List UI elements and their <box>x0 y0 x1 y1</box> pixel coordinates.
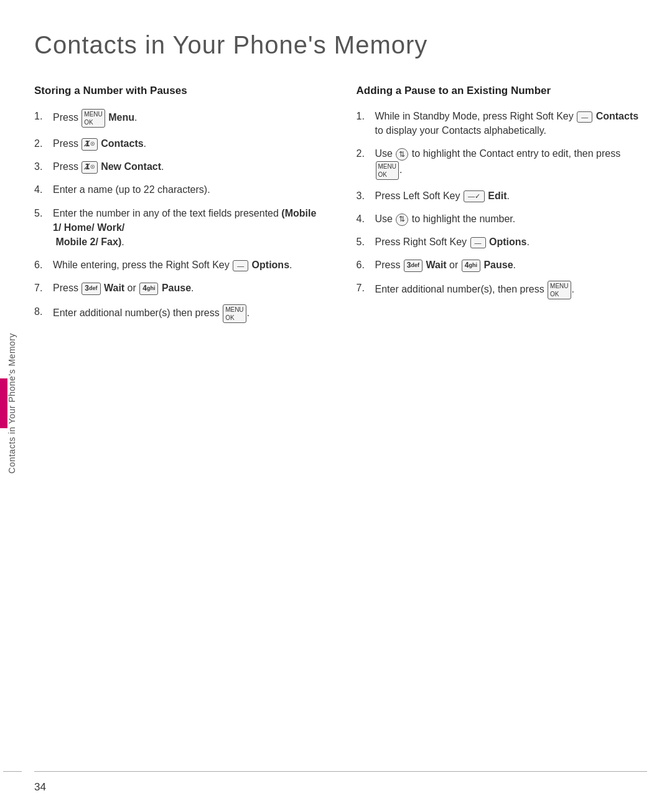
list-number: 4. <box>357 212 370 226</box>
list-item: 5. Press Right Soft Key — Options. <box>357 235 648 249</box>
list-item: 4. Enter a name (up to 22 characters). <box>34 182 325 197</box>
list-item: 3. Press 1̸☉ New Contact. <box>34 159 325 174</box>
field-types-label: (Mobile 1/ Home/ Work/ Mobile 2/ Fax) <box>53 208 316 247</box>
list-number: 7. <box>34 281 48 295</box>
menu-label: Menu <box>108 112 134 123</box>
list-text: While entering, press the Right Soft Key… <box>53 258 325 272</box>
list-text: Enter the number in any of the text fiel… <box>53 206 325 250</box>
list-number: 6. <box>34 258 48 272</box>
new-contact-label: New Contact <box>101 161 161 172</box>
contacts-label-2: Contacts <box>596 111 638 121</box>
list-item: 7. Press 3 def Wait or 4 ghi Pause. <box>34 281 325 295</box>
list-text: Press 1̸☉ Contacts. <box>53 136 325 151</box>
column-right: Adding a Pause to an Existing Number 1. … <box>357 84 648 308</box>
columns: Storing a Number with Pauses 1. Press ME… <box>34 84 647 332</box>
page-container: Contacts in Your Phone's Memory Contacts… <box>0 0 672 806</box>
key-4ghi-icon: 4 ghi <box>139 283 158 295</box>
list-number: 2. <box>357 146 370 161</box>
right-soft-key-icon-2: — <box>577 111 592 123</box>
page-divider <box>34 771 647 772</box>
contacts-label: Contacts <box>101 138 143 149</box>
left-soft-key-icon: —✓ <box>464 190 485 202</box>
pause-label-2: Pause <box>483 260 513 270</box>
list-text: Press Right Soft Key — Options. <box>375 235 648 249</box>
key-1-icon: 1̸☉ <box>82 138 97 151</box>
list-number: 4. <box>34 182 48 197</box>
list-number: 8. <box>34 304 48 319</box>
right-soft-key-icon-3: — <box>470 237 486 248</box>
menu-ok-icon: MENUOK <box>82 109 105 128</box>
list-item: 8. Enter additional number(s) then press… <box>34 304 325 323</box>
list-text: Use ⇅ to highlight the Contact entry to … <box>375 146 648 179</box>
key-3def-icon: 3 def <box>82 283 100 295</box>
menu-ok-icon-3: MENUOK <box>376 161 399 180</box>
list-number: 5. <box>34 206 48 220</box>
list-number: 1. <box>357 109 370 123</box>
list-item: 4. Use ⇅ to highlight the number. <box>357 212 648 226</box>
list-item: 6. While entering, press the Right Soft … <box>34 258 325 272</box>
list-text: Press 3 def Wait or 4 ghi Pause. <box>53 281 325 295</box>
list-number: 3. <box>357 189 370 203</box>
main-content: Contacts in Your Phone's Memory Storing … <box>34 25 647 769</box>
pause-label: Pause <box>162 283 191 293</box>
list-text: Enter additional number(s), then press M… <box>375 281 648 299</box>
edit-label: Edit <box>488 190 506 201</box>
list-number: 3. <box>34 159 48 174</box>
list-text: Press Left Soft Key —✓ Edit. <box>375 189 648 203</box>
side-tab-label: Contacts in Your Phone's Memory <box>7 333 17 474</box>
wait-label: Wait <box>104 283 124 293</box>
key-1b-icon: 1̸☉ <box>82 161 97 174</box>
list-number: 5. <box>357 235 370 249</box>
list-item: 7. Enter additional number(s), then pres… <box>357 281 648 299</box>
key-3def-icon-2: 3 def <box>404 260 422 272</box>
list-number: 6. <box>357 258 370 272</box>
list-text: Press 1̸☉ New Contact. <box>53 159 325 174</box>
right-section-heading: Adding a Pause to an Existing Number <box>357 84 648 98</box>
list-item: 1. While in Standby Mode, press Right So… <box>357 109 648 138</box>
list-text: While in Standby Mode, press Right Soft … <box>375 109 648 138</box>
list-text: Use ⇅ to highlight the number. <box>375 212 648 226</box>
list-number: 7. <box>357 281 370 295</box>
menu-ok-icon-4: MENUOK <box>548 281 571 299</box>
options-label: Options <box>252 260 289 270</box>
side-divider <box>3 771 22 772</box>
list-item: 2. Press 1̸☉ Contacts. <box>34 136 325 151</box>
page-number: 34 <box>34 781 46 794</box>
list-item: 5. Enter the number in any of the text f… <box>34 206 325 250</box>
list-item: 2. Use ⇅ to highlight the Contact entry … <box>357 146 648 179</box>
side-tab: Contacts in Your Phone's Memory <box>0 0 24 806</box>
list-text: Press MENUOK Menu. <box>53 109 325 128</box>
list-text: Press 3 def Wait or 4 ghi Pause. <box>375 258 648 272</box>
list-text: Enter additional number(s) then press ME… <box>53 304 325 323</box>
list-item: 6. Press 3 def Wait or 4 ghi Pause. <box>357 258 648 272</box>
list-item: 1. Press MENUOK Menu. <box>34 109 325 128</box>
list-item: 3. Press Left Soft Key —✓ Edit. <box>357 189 648 203</box>
list-number: 2. <box>34 136 48 151</box>
column-left: Storing a Number with Pauses 1. Press ME… <box>34 84 325 332</box>
menu-ok-icon-2: MENUOK <box>223 304 246 323</box>
list-number: 1. <box>34 109 48 123</box>
page-title: Contacts in Your Phone's Memory <box>34 25 647 59</box>
key-4ghi-icon-2: 4 ghi <box>462 260 480 272</box>
wait-label-2: Wait <box>426 260 446 270</box>
nav-icon: ⇅ <box>396 148 408 161</box>
right-soft-key-icon: — <box>233 260 248 271</box>
options-label-2: Options <box>489 237 526 247</box>
left-section-heading: Storing a Number with Pauses <box>34 84 325 98</box>
list-text: Enter a name (up to 22 characters). <box>53 182 325 197</box>
nav-icon-2: ⇅ <box>396 213 408 226</box>
